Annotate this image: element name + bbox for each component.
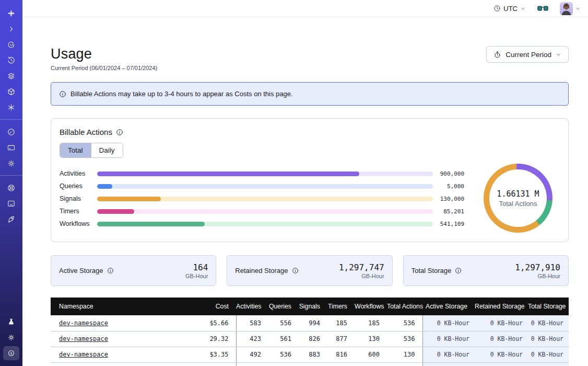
billable-actions-card: Billable Actions Total Daily Activities …	[51, 118, 569, 242]
header-signals: Signals	[299, 298, 327, 315]
namespace-link[interactable]: dev-namespace	[59, 335, 108, 342]
cell-timers: 816	[327, 347, 355, 362]
cell-signals: 994	[299, 315, 327, 331]
chevron-down-icon	[575, 6, 581, 12]
billable-view-tabs: Total Daily	[60, 143, 123, 158]
info-icon[interactable]	[107, 267, 114, 274]
sidebar: $	[0, 0, 22, 366]
support-lifebuoy-icon[interactable]	[3, 181, 19, 195]
billable-bar-chart: Activities 900,000 Queries 5,000 Signals…	[60, 167, 464, 230]
account-menu[interactable]	[560, 2, 581, 15]
labs-flask-icon[interactable]	[3, 315, 19, 329]
tab-total[interactable]: Total	[60, 143, 91, 157]
info-icon[interactable]	[292, 267, 299, 274]
bar-track	[97, 209, 433, 214]
sidebar-divider	[0, 119, 22, 120]
page-title: Usage	[51, 46, 157, 62]
bar-value: 130,000	[439, 196, 464, 202]
chevron-down-icon	[520, 6, 526, 12]
bar-label: Activities	[60, 170, 97, 177]
period-selector-button[interactable]: Current Period	[486, 46, 569, 63]
cell-signals: 883	[299, 347, 327, 362]
collapse-chevron-right-icon[interactable]	[3, 22, 19, 36]
cell-total-storage: 0 KB-Hour	[528, 347, 569, 362]
banner-text: Billable Actions may take up to 3-4 hour…	[70, 90, 293, 98]
layers-icon[interactable]	[3, 69, 19, 83]
info-icon[interactable]	[455, 267, 462, 274]
bar-fill	[97, 197, 161, 201]
getting-started-rocket-icon[interactable]	[3, 212, 19, 226]
storage-card-label-text: Retained Storage	[235, 267, 288, 274]
cell-namespace: dev-namespace	[51, 347, 180, 362]
cell-retained-storage: 0 KB-Hour	[475, 315, 528, 331]
storage-card-number: 1,297,747 GB-Hour	[339, 262, 384, 279]
table-row: dev-namespace $3.35 492 536 883 816 600 …	[51, 347, 569, 362]
info-icon[interactable]	[116, 129, 123, 136]
billing-card-icon[interactable]	[3, 141, 19, 155]
namespace-link[interactable]: dev-namespace	[59, 351, 108, 358]
cell-total-actions: 536	[387, 315, 422, 331]
topbar: UTC	[22, 0, 588, 17]
cell-active-storage: 0 KB-Hour	[422, 315, 475, 331]
bar-row-activities: Activities 900,000	[60, 167, 464, 180]
nexus-asterisk-icon[interactable]	[3, 100, 19, 115]
storage-card-label-text: Total Storage	[411, 267, 452, 274]
cell-cost: 29.32	[180, 331, 236, 347]
storage-summary-row: Active Storage 164 GB-Hour Retained Stor…	[51, 255, 569, 286]
cell-queries: 561	[268, 331, 299, 347]
chevron-down-icon	[556, 52, 561, 58]
billable-actions-title: Billable Actions	[60, 128, 560, 136]
cell-workflows: 130	[355, 331, 387, 347]
donut-center: 1.66131 M Total Actions	[489, 169, 547, 227]
cell-namespace: dev-namespace	[51, 315, 180, 331]
period-selector-label: Current Period	[505, 51, 551, 59]
feedback-panel-icon[interactable]	[3, 197, 19, 211]
cell-active-storage: 0 KB-Hour	[422, 331, 475, 347]
main-content: Usage Current Period (06/01/2024 – 07/01…	[22, 17, 588, 366]
bar-track	[97, 184, 433, 189]
header-total-actions: Total Actions	[387, 298, 422, 315]
header-total-storage: Total Storage	[528, 298, 569, 315]
settings-gear-icon[interactable]	[3, 156, 19, 170]
namespaces-icon[interactable]	[3, 38, 19, 52]
bar-label: Workflows	[60, 220, 97, 227]
cell-cost: $3.35	[180, 347, 236, 362]
total-actions-label: Total Actions	[499, 200, 537, 208]
avatar	[560, 2, 573, 15]
pricing-coin-icon[interactable]: $	[3, 346, 19, 360]
bar-value: 85,201	[439, 208, 464, 215]
storage-card-unit: GB-Hour	[185, 273, 208, 279]
cell-workflows: 185	[355, 315, 387, 331]
namespace-link[interactable]: dev-namespace	[59, 319, 108, 327]
storage-card-label: Active Storage	[59, 267, 114, 274]
header-timers: Timers	[327, 298, 355, 315]
header-activities: Activities	[236, 298, 268, 315]
storage-card-value: 164	[185, 262, 208, 272]
cell-activities: 423	[236, 331, 268, 347]
storage-card: Retained Storage 1,297,747 GB-Hour	[227, 255, 392, 286]
theme-sun-icon[interactable]	[3, 330, 19, 345]
timezone-selector[interactable]: UTC	[493, 5, 526, 13]
stopwatch-icon	[493, 51, 501, 59]
tab-daily[interactable]: Daily	[91, 143, 123, 157]
bar-label: Timers	[60, 208, 97, 215]
cell-retained-storage: 0 KB-Hour	[475, 347, 528, 362]
total-actions-value: 1.66131 M	[497, 189, 539, 199]
bar-fill	[97, 222, 205, 226]
cube-icon[interactable]	[3, 85, 19, 99]
bar-track	[97, 197, 433, 201]
storage-card-unit: GB-Hour	[339, 273, 384, 279]
usage-gauge-icon[interactable]	[3, 125, 19, 139]
bar-row-signals: Signals 130,000	[60, 192, 464, 205]
storage-card-number: 1,297,910 GB-Hour	[515, 262, 560, 279]
header-workflows: Workflows	[355, 298, 387, 315]
bar-track	[97, 222, 433, 226]
temporal-logo-icon[interactable]	[3, 6, 19, 20]
storage-card: Active Storage 164 GB-Hour	[51, 255, 216, 286]
storage-card-label: Total Storage	[411, 267, 463, 274]
glasses-icon[interactable]	[537, 5, 548, 13]
schedules-history-icon[interactable]	[3, 53, 19, 67]
storage-card-number: 164 GB-Hour	[185, 262, 208, 279]
table-row-partial	[51, 362, 569, 366]
cell-namespace: dev-namespace	[51, 331, 180, 347]
